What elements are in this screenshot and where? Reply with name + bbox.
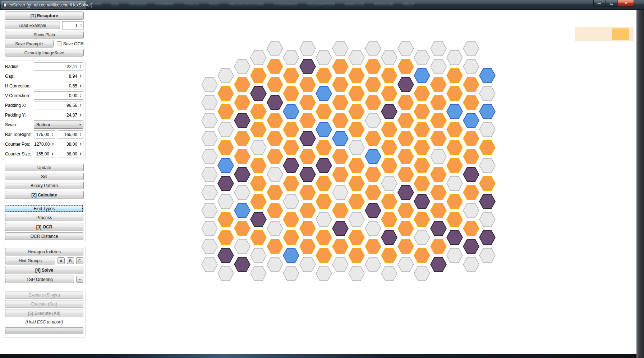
- orange-cell[interactable]: [381, 68, 397, 83]
- purple-cell[interactable]: [218, 176, 234, 191]
- blue-cell[interactable]: [463, 113, 479, 128]
- orange-cell[interactable]: [398, 131, 414, 146]
- orange-cell[interactable]: [332, 149, 348, 164]
- orange-cell[interactable]: [250, 104, 266, 119]
- grey-cell[interactable]: [431, 59, 446, 74]
- grey-cell[interactable]: [202, 203, 217, 218]
- orange-cell[interactable]: [463, 77, 479, 92]
- grey-cell[interactable]: [365, 257, 381, 272]
- orange-cell[interactable]: [349, 104, 364, 119]
- purple-cell[interactable]: [300, 167, 316, 182]
- orange-cell[interactable]: [316, 194, 332, 209]
- orange-cell[interactable]: [414, 158, 430, 173]
- grey-cell[interactable]: [463, 59, 479, 74]
- grey-cell[interactable]: [316, 212, 332, 227]
- grey-cell[interactable]: [202, 131, 217, 146]
- purple-cell[interactable]: [332, 221, 348, 236]
- purple-cell[interactable]: [431, 221, 446, 236]
- grey-cell[interactable]: [218, 68, 234, 83]
- blue-cell[interactable]: [234, 203, 250, 218]
- orange-cell[interactable]: [365, 239, 381, 254]
- grey-cell[interactable]: [463, 203, 479, 218]
- orange-cell[interactable]: [463, 149, 479, 164]
- orange-cell[interactable]: [218, 140, 234, 155]
- grey-cell[interactable]: [234, 59, 250, 74]
- orange-cell[interactable]: [250, 194, 266, 209]
- orange-cell[interactable]: [463, 221, 479, 236]
- orange-cell[interactable]: [463, 131, 479, 146]
- grey-cell[interactable]: [283, 266, 299, 281]
- orange-cell[interactable]: [431, 95, 446, 110]
- grey-cell[interactable]: [316, 266, 332, 281]
- grey-cell[interactable]: [250, 140, 266, 155]
- orange-cell[interactable]: [463, 185, 479, 200]
- orange-cell[interactable]: [447, 86, 463, 101]
- purple-cell[interactable]: [234, 113, 250, 128]
- orange-cell[interactable]: [381, 158, 397, 173]
- grey-cell[interactable]: [479, 122, 495, 137]
- blue-cell[interactable]: [447, 104, 463, 119]
- orange-cell[interactable]: [332, 239, 348, 254]
- purple-cell[interactable]: [300, 59, 316, 74]
- purple-cell[interactable]: [381, 230, 397, 245]
- purple-cell[interactable]: [479, 194, 495, 209]
- purple-cell[interactable]: [447, 230, 463, 245]
- orange-cell[interactable]: [398, 95, 414, 110]
- grey-cell[interactable]: [267, 41, 283, 56]
- blue-cell[interactable]: [283, 248, 299, 263]
- grey-cell[interactable]: [479, 86, 495, 101]
- grey-cell[interactable]: [267, 221, 283, 236]
- blue-cell[interactable]: [332, 131, 348, 146]
- orange-cell[interactable]: [381, 194, 397, 209]
- orange-cell[interactable]: [250, 158, 266, 173]
- orange-cell[interactable]: [431, 239, 446, 254]
- purple-cell[interactable]: [234, 167, 250, 182]
- grey-cell[interactable]: [332, 185, 348, 200]
- grey-cell[interactable]: [365, 113, 381, 128]
- orange-cell[interactable]: [283, 68, 299, 83]
- grey-cell[interactable]: [202, 239, 217, 254]
- orange-cell[interactable]: [398, 203, 414, 218]
- purple-cell[interactable]: [479, 230, 495, 245]
- orange-cell[interactable]: [300, 221, 316, 236]
- orange-cell[interactable]: [381, 140, 397, 155]
- grey-cell[interactable]: [479, 212, 495, 227]
- orange-cell[interactable]: [447, 212, 463, 227]
- orange-cell[interactable]: [250, 68, 266, 83]
- orange-cell[interactable]: [316, 68, 332, 83]
- grey-cell[interactable]: [250, 50, 266, 65]
- orange-cell[interactable]: [398, 239, 414, 254]
- orange-cell[interactable]: [381, 122, 397, 137]
- orange-cell[interactable]: [332, 95, 348, 110]
- orange-cell[interactable]: [250, 230, 266, 245]
- grey-cell[interactable]: [218, 194, 234, 209]
- purple-cell[interactable]: [283, 158, 299, 173]
- orange-cell[interactable]: [431, 203, 446, 218]
- orange-cell[interactable]: [332, 59, 348, 74]
- orange-cell[interactable]: [349, 230, 364, 245]
- grey-cell[interactable]: [431, 149, 446, 164]
- grey-cell[interactable]: [398, 41, 414, 56]
- orange-cell[interactable]: [234, 131, 250, 146]
- orange-cell[interactable]: [365, 167, 381, 182]
- orange-cell[interactable]: [332, 167, 348, 182]
- grey-cell[interactable]: [250, 248, 266, 263]
- orange-cell[interactable]: [267, 131, 283, 146]
- purple-cell[interactable]: [300, 131, 316, 146]
- orange-cell[interactable]: [218, 86, 234, 101]
- grey-cell[interactable]: [300, 41, 316, 56]
- orange-cell[interactable]: [398, 149, 414, 164]
- purple-cell[interactable]: [365, 203, 381, 218]
- blue-cell[interactable]: [414, 68, 430, 83]
- orange-cell[interactable]: [479, 140, 495, 155]
- orange-cell[interactable]: [300, 185, 316, 200]
- orange-cell[interactable]: [414, 122, 430, 137]
- blue-cell[interactable]: [479, 68, 495, 83]
- orange-cell[interactable]: [300, 77, 316, 92]
- orange-cell[interactable]: [479, 176, 495, 191]
- grey-cell[interactable]: [234, 239, 250, 254]
- grey-cell[interactable]: [414, 50, 430, 65]
- blue-cell[interactable]: [316, 86, 332, 101]
- grey-cell[interactable]: [202, 257, 217, 272]
- grey-cell[interactable]: [447, 248, 463, 263]
